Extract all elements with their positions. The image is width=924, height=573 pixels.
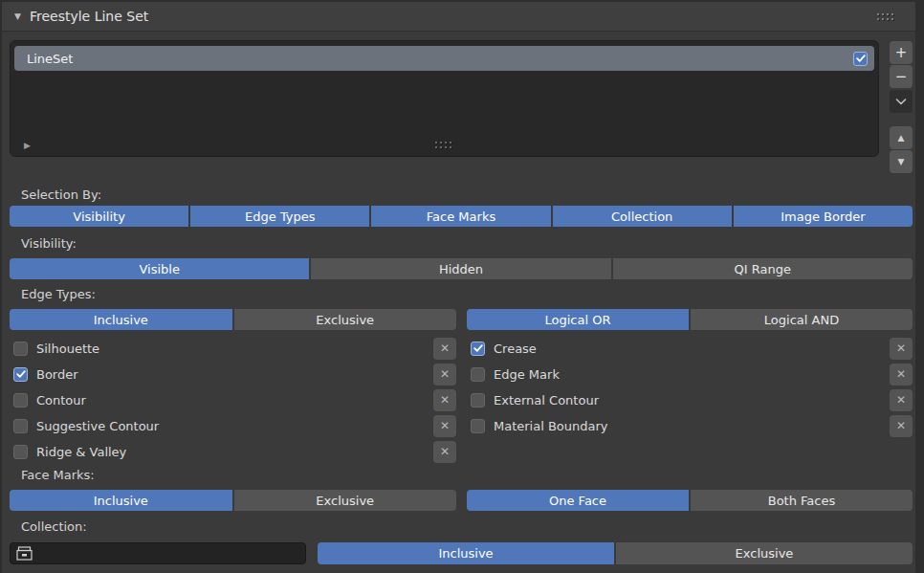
border-label: Border — [36, 367, 78, 382]
crease-checkbox[interactable] — [471, 342, 485, 356]
edge-type-row-ridge-valley: Ridge & Valley ✕ — [13, 440, 456, 463]
panel-drag-grip-icon[interactable] — [877, 13, 896, 23]
external-contour-label: External Contour — [494, 393, 599, 408]
face-exclusive-button[interactable]: Exclusive — [234, 490, 457, 511]
edge-inclusive-button[interactable]: Inclusive — [10, 309, 232, 330]
edge-type-row-material-boundary: Material Boundary ✕ — [471, 414, 913, 437]
editor-edge-left — [0, 0, 2, 573]
toggle-edge-types[interactable]: Edge Types — [190, 206, 369, 227]
visibility-hidden-button[interactable]: Hidden — [311, 258, 610, 279]
check-icon — [856, 55, 866, 62]
chevron-down-icon — [895, 99, 907, 105]
lineset-specials-menu-button[interactable] — [890, 90, 913, 113]
edge-mark-clear-button[interactable]: ✕ — [890, 364, 913, 386]
silhouette-checkbox[interactable] — [13, 342, 28, 356]
material-boundary-checkbox[interactable] — [471, 419, 485, 433]
edge-type-row-border: Border ✕ — [13, 363, 456, 386]
ridge-valley-label: Ridge & Valley — [36, 445, 126, 459]
collection-mode-row: Inclusive Exclusive — [318, 542, 913, 564]
ridge-valley-checkbox[interactable] — [13, 445, 28, 459]
edge-mark-checkbox[interactable] — [471, 367, 485, 382]
toggle-image-border[interactable]: Image Border — [734, 206, 913, 227]
external-contour-checkbox[interactable] — [471, 393, 485, 408]
edge-type-row-contour: Contour ✕ — [13, 388, 456, 411]
logical-or-button[interactable]: Logical OR — [467, 309, 689, 330]
collection-picker-field[interactable] — [10, 542, 306, 564]
list-resize-grip-icon[interactable] — [435, 142, 454, 151]
visibility-option-row: Visible Hidden QI Range — [10, 258, 913, 279]
collection-label: Collection: — [21, 519, 87, 534]
silhouette-label: Silhouette — [36, 342, 99, 356]
suggestive-contour-clear-button[interactable]: ✕ — [433, 415, 456, 437]
edge-types-logic-row: Logical OR Logical AND — [467, 309, 913, 330]
add-lineset-button[interactable]: + — [890, 41, 913, 64]
move-lineset-down-button[interactable]: ▼ — [890, 150, 913, 173]
both-faces-button[interactable]: Both Faces — [691, 490, 913, 511]
selection-by-toggle-row: Visibility Edge Types Face Marks Collect… — [10, 206, 913, 227]
collection-icon — [16, 546, 33, 561]
material-boundary-clear-button[interactable]: ✕ — [890, 415, 913, 437]
collapse-triangle-icon[interactable]: ▼ — [14, 11, 21, 21]
panel-title: Freestyle Line Set — [30, 9, 148, 24]
logical-and-button[interactable]: Logical AND — [691, 309, 913, 330]
external-contour-clear-button[interactable]: ✕ — [890, 389, 913, 411]
contour-clear-button[interactable]: ✕ — [433, 389, 456, 411]
one-face-button[interactable]: One Face — [467, 490, 689, 511]
silhouette-clear-button[interactable]: ✕ — [433, 338, 456, 360]
toggle-visibility[interactable]: Visibility — [10, 206, 188, 227]
visibility-visible-button[interactable]: Visible — [10, 258, 309, 279]
edge-type-row-edge-mark: Edge Mark ✕ — [471, 363, 913, 386]
lineset-list-item[interactable]: LineSet — [14, 46, 874, 71]
crease-label: Crease — [494, 342, 537, 356]
suggestive-contour-label: Suggestive Contour — [36, 419, 159, 433]
editor-edge-right — [915, 0, 924, 573]
panel-header[interactable]: ▼ Freestyle Line Set — [2, 2, 915, 32]
contour-label: Contour — [36, 393, 86, 408]
check-icon — [473, 344, 483, 352]
toggle-collection[interactable]: Collection — [553, 206, 732, 227]
edge-type-row-crease: Crease ✕ — [471, 337, 913, 360]
edge-type-row-silhouette: Silhouette ✕ — [13, 337, 456, 360]
remove-lineset-button[interactable]: − — [890, 65, 913, 88]
list-filter-expander-icon[interactable]: ▶ — [24, 141, 31, 150]
triangle-up-icon: ▲ — [898, 134, 905, 143]
toggle-face-marks[interactable]: Face Marks — [371, 206, 550, 227]
face-inclusive-button[interactable]: Inclusive — [10, 490, 232, 511]
visibility-label: Visibility: — [21, 236, 77, 251]
triangle-down-icon: ▼ — [898, 158, 905, 166]
material-boundary-label: Material Boundary — [494, 419, 608, 433]
lineset-name: LineSet — [27, 52, 73, 66]
check-icon — [16, 370, 26, 378]
face-marks-count-row: One Face Both Faces — [467, 490, 913, 511]
collection-inclusive-button[interactable]: Inclusive — [318, 542, 614, 564]
edge-types-label: Edge Types: — [21, 287, 96, 301]
edge-type-row-suggestive-contour: Suggestive Contour ✕ — [13, 414, 456, 437]
lineset-list: LineSet ▶ — [10, 40, 879, 157]
ridge-valley-clear-button[interactable]: ✕ — [433, 441, 456, 463]
face-marks-label: Face Marks: — [21, 468, 95, 482]
edge-type-row-external-contour: External Contour ✕ — [471, 388, 913, 411]
border-clear-button[interactable]: ✕ — [433, 364, 456, 386]
border-checkbox[interactable] — [13, 367, 28, 382]
face-marks-mode-row: Inclusive Exclusive — [10, 490, 456, 511]
selection-by-label: Selection By: — [21, 187, 101, 202]
edge-mark-label: Edge Mark — [494, 367, 560, 382]
lineset-enable-checkbox[interactable] — [853, 52, 868, 66]
crease-clear-button[interactable]: ✕ — [890, 338, 913, 360]
visibility-qi-range-button[interactable]: QI Range — [613, 258, 913, 279]
edge-exclusive-button[interactable]: Exclusive — [234, 309, 457, 330]
contour-checkbox[interactable] — [13, 393, 28, 408]
collection-exclusive-button[interactable]: Exclusive — [616, 542, 913, 564]
plus-icon: + — [895, 46, 908, 60]
suggestive-contour-checkbox[interactable] — [13, 419, 28, 433]
move-lineset-up-button[interactable]: ▲ — [890, 126, 913, 149]
edge-types-mode-row: Inclusive Exclusive — [10, 309, 456, 330]
minus-icon: − — [895, 70, 908, 84]
